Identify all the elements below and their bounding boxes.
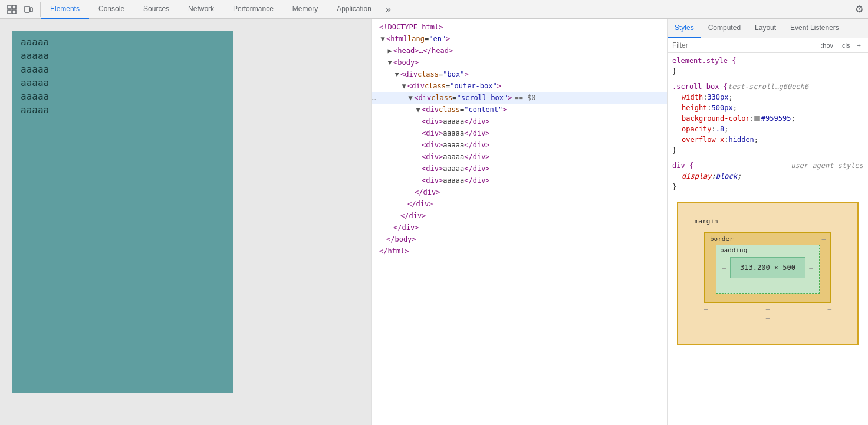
css-rule-element-style: element.style { } bbox=[672, 55, 863, 77]
dom-line-div-aaaaa-3[interactable]: <div>aaaaa</div> bbox=[372, 139, 667, 151]
preview-panel: aaaaa aaaaa aaaaa aaaaa aaaaa aaaaa bbox=[0, 19, 371, 425]
selected-marker: == $0 bbox=[514, 93, 535, 103]
css-val-height[interactable]: 500px bbox=[712, 103, 733, 113]
devtools-toolbar: Elements Console Sources Network Perform… bbox=[0, 0, 868, 19]
css-source-div-ua: user agent styles bbox=[791, 160, 863, 171]
tab-application[interactable]: Application bbox=[327, 0, 381, 19]
triangle-div-box[interactable]: ▼ bbox=[393, 69, 400, 80]
tab-styles[interactable]: Styles bbox=[668, 19, 701, 38]
css-prop-bg-color[interactable]: background-color bbox=[682, 113, 750, 124]
preview-text-1: aaaaa bbox=[21, 37, 224, 48]
devtools-main: aaaaa aaaaa aaaaa aaaaa aaaaa aaaaa <!DO… bbox=[0, 19, 868, 425]
triangle-html[interactable]: ▼ bbox=[379, 34, 386, 44]
styles-tabs: Styles Computed Layout Event Listeners bbox=[668, 19, 868, 38]
styles-panel: Styles Computed Layout Event Listeners :… bbox=[668, 19, 868, 425]
dom-line-div-scroll-box[interactable]: … ▼ <div class="scroll-box" > == $0 bbox=[372, 92, 667, 104]
preview-text-3: aaaaa bbox=[21, 64, 224, 75]
inspect-icon[interactable] bbox=[5, 2, 19, 17]
dom-line-div-aaaaa-1[interactable]: <div>aaaaa</div> bbox=[372, 116, 667, 127]
svg-rect-2 bbox=[8, 10, 11, 14]
css-source-scroll-box[interactable]: test-scroll…g60eeh6 bbox=[728, 81, 808, 92]
scroll-box-element: aaaaa aaaaa aaaaa aaaaa aaaaa aaaaa bbox=[12, 31, 233, 393]
settings-button[interactable]: ⚙ bbox=[850, 0, 868, 19]
triangle-div-outer-box[interactable]: ▼ bbox=[400, 81, 407, 91]
dom-panel: <!DOCTYPE html> ▼ <html lang="en" > ▶ <h… bbox=[371, 19, 668, 425]
triangle-body[interactable]: ▼ bbox=[386, 57, 393, 68]
css-selector-element-style[interactable]: element.style { bbox=[672, 55, 736, 66]
dom-line-close-div-3: </div> bbox=[372, 210, 667, 222]
css-rule-scroll-box: .scroll-box { test-scroll…g60eeh6 width … bbox=[672, 81, 863, 156]
bm-border-label: border bbox=[710, 235, 734, 243]
bm-padding-label: padding – bbox=[720, 246, 755, 254]
svg-rect-5 bbox=[30, 8, 32, 12]
tab-console[interactable]: Console bbox=[89, 0, 134, 19]
preview-text-2: aaaaa bbox=[21, 50, 224, 61]
dom-line-div-outer-box[interactable]: ▼ <div class="outer-box" > bbox=[372, 80, 667, 92]
css-prop-opacity[interactable]: opacity bbox=[682, 124, 712, 134]
filter-input[interactable] bbox=[672, 41, 816, 50]
bm-margin-dash-top-right: – bbox=[837, 218, 841, 225]
tab-event-listeners[interactable]: Event Listeners bbox=[783, 19, 846, 38]
svg-rect-0 bbox=[8, 5, 11, 9]
css-prop-display[interactable]: display bbox=[682, 171, 712, 182]
bm-content-box: 313.200 × 500 bbox=[730, 257, 805, 278]
css-selector-scroll-box[interactable]: .scroll-box { bbox=[672, 81, 728, 92]
css-val-opacity[interactable]: .8 bbox=[716, 124, 724, 134]
preview-text-5: aaaaa bbox=[21, 91, 224, 102]
dom-line-head[interactable]: ▶ <head>…</head> bbox=[372, 45, 667, 57]
css-selector-div-ua[interactable]: div { bbox=[672, 160, 693, 171]
dom-line-html[interactable]: ▼ <html lang="en" > bbox=[372, 33, 667, 45]
ellipsis-scroll-box[interactable]: … bbox=[372, 93, 376, 103]
cls-filter-button[interactable]: .cls bbox=[838, 41, 853, 50]
tab-sources[interactable]: Sources bbox=[134, 0, 179, 19]
css-val-overflow-x[interactable]: hidden bbox=[728, 134, 754, 145]
color-swatch-bg[interactable] bbox=[754, 116, 760, 121]
svg-rect-3 bbox=[12, 10, 16, 14]
css-prop-overflow-x[interactable]: overflow-x bbox=[682, 134, 724, 145]
svg-rect-4 bbox=[25, 6, 29, 12]
dom-line-div-content[interactable]: ▼ <div class="content" > bbox=[372, 104, 667, 116]
tab-network[interactable]: Network bbox=[179, 0, 223, 19]
css-rule-div-ua: div { user agent styles display : block … bbox=[672, 160, 863, 192]
bm-margin-center-dash: – bbox=[766, 305, 770, 313]
css-val-bg-color[interactable]: #959595 bbox=[761, 113, 791, 124]
tab-elements[interactable]: Elements bbox=[41, 0, 89, 19]
dom-line-div-box[interactable]: ▼ <div class="box" > bbox=[372, 68, 667, 80]
svg-rect-1 bbox=[12, 5, 16, 9]
dom-line-div-aaaaa-6[interactable]: <div>aaaaa</div> bbox=[372, 174, 667, 186]
bm-content-size: 313.200 × 500 bbox=[740, 263, 795, 272]
css-rules-area: element.style { } .scroll-box { test-scr… bbox=[668, 53, 868, 425]
tab-layout[interactable]: Layout bbox=[748, 19, 783, 38]
tab-performance[interactable]: Performance bbox=[223, 0, 283, 19]
bm-border-dash: – bbox=[821, 235, 826, 243]
dom-line-body[interactable]: ▼ <body> bbox=[372, 57, 667, 68]
preview-text-4: aaaaa bbox=[21, 77, 224, 88]
bm-left-dash: – bbox=[722, 264, 726, 272]
add-style-button[interactable]: + bbox=[855, 41, 863, 50]
hov-filter-button[interactable]: :hov bbox=[818, 41, 836, 50]
triangle-div-content[interactable]: ▼ bbox=[415, 104, 422, 115]
triangle-head[interactable]: ▶ bbox=[386, 45, 393, 56]
css-val-width[interactable]: 330px bbox=[707, 92, 728, 103]
overflow-menu-button[interactable]: » bbox=[381, 0, 396, 19]
triangle-div-scroll-box[interactable]: ▼ bbox=[407, 93, 414, 103]
dom-line-div-aaaaa-4[interactable]: <div>aaaaa</div> bbox=[372, 151, 667, 163]
bm-bottom-padding-dash: – bbox=[722, 281, 813, 288]
box-model-area: margin – border – padding – – bbox=[672, 197, 863, 350]
dom-line-close-div-4: </div> bbox=[372, 222, 667, 233]
devtools-icon-group bbox=[0, 2, 41, 17]
dom-line-div-aaaaa-5[interactable]: <div>aaaaa</div> bbox=[372, 163, 667, 174]
dom-line-close-div-2: </div> bbox=[372, 198, 667, 210]
css-prop-width[interactable]: width bbox=[682, 92, 703, 103]
tab-memory[interactable]: Memory bbox=[283, 0, 327, 19]
bm-margin-bottom-dash: – bbox=[704, 314, 831, 322]
dom-line-div-aaaaa-2[interactable]: <div>aaaaa</div> bbox=[372, 127, 667, 139]
css-prop-height[interactable]: height bbox=[682, 103, 707, 113]
bm-margin-label: margin bbox=[695, 218, 718, 225]
box-model-diagram: margin – border – padding – – bbox=[677, 202, 859, 345]
tab-computed[interactable]: Computed bbox=[701, 19, 748, 38]
dom-line-doctype: <!DOCTYPE html> bbox=[372, 21, 667, 33]
css-val-display[interactable]: block bbox=[716, 171, 737, 182]
dom-line-close-body: </body> bbox=[372, 233, 667, 245]
device-toggle-icon[interactable] bbox=[21, 2, 35, 17]
